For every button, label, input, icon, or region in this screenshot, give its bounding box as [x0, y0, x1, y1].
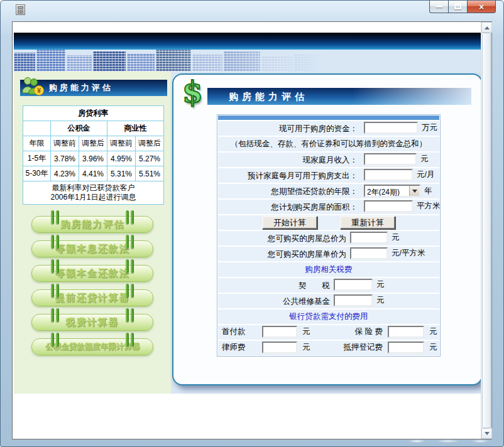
house-area-unit: 平方米 — [417, 201, 441, 212]
loan-years-unit: 年 — [424, 186, 432, 197]
pin-icon — [126, 259, 134, 273]
maintenance-fund-unit: 元 — [376, 295, 385, 306]
menu-item-tiqian-huandai[interactable]: 提前还贷计算器 — [31, 289, 153, 306]
rate-row-5-30: 5-30年 4.23% 4.41% 5.31% 5.51% — [23, 166, 164, 181]
row-deed-tax: 契 税 元 — [218, 278, 439, 293]
monthly-expense-label: 预计家庭每月可用于购房支出： — [218, 171, 358, 181]
arrow-up-icon — [485, 24, 490, 30]
down-payment-input[interactable] — [262, 326, 297, 338]
row-monthly-income: 现家庭月收入： 元 — [218, 153, 439, 167]
maintenance-fund-label: 公共维修基金 — [218, 296, 330, 307]
panel-title: 购房能力评估 — [207, 88, 471, 105]
sidebar-header: ¥ 购房能力评估 — [20, 80, 167, 96]
insurance-label: 保 险 费 — [312, 326, 383, 337]
buildings-image — [14, 50, 366, 72]
row-monthly-expense: 预计家庭每月可用于购房支出： 元/月 — [218, 168, 439, 183]
pin-icon — [126, 210, 134, 224]
row-funds-note: （包括现金、存款、有价证券和可以筹措到的资金总和） — [218, 137, 439, 151]
unit-price-input[interactable] — [350, 247, 388, 259]
menu-item-gongjijin-edu[interactable]: 公积金贷款额度年限计算器 — [31, 338, 153, 355]
monthly-expense-unit: 元/月 — [417, 170, 434, 180]
unit-price-unit: 元/平方米 — [392, 248, 425, 259]
deed-tax-label: 契 税 — [218, 281, 330, 291]
reset-button[interactable]: 重新计算 — [340, 216, 395, 229]
svg-text:¥: ¥ — [37, 87, 41, 94]
rate-row-1-5: 1-5年 3.78% 3.96% 4.95% 5.27% — [23, 151, 164, 166]
menu-item-dengE-benxi[interactable]: 等额本息还款法 — [31, 240, 153, 257]
people-coin-icon: ¥ — [21, 76, 45, 97]
maximize-icon — [454, 4, 461, 9]
pin-icon — [51, 259, 59, 273]
loan-rate-table: 房贷利率 公积金 商业性 年限 调整前 调整后 调整前 调整后 — [23, 105, 164, 205]
row-lawyer-mortgage: 律师费 元 抵押登记费 元 — [218, 341, 439, 355]
close-button[interactable]: × — [467, 1, 496, 13]
sidebar-title: 购房能力评估 — [49, 82, 113, 94]
lawyer-fee-label: 律师费 — [222, 342, 257, 353]
assessment-form: 现可用于购房的资金： 万元 （包括现金、存款、有价证券和可以筹措到的资金总和） … — [217, 114, 441, 357]
pin-icon — [51, 235, 59, 249]
scroll-down-button[interactable] — [481, 428, 492, 439]
mortgage-reg-label: 抵押登记费 — [312, 342, 383, 353]
row-downpayment-insurance: 首付款 元 保 险 费 元 — [218, 325, 439, 340]
available-funds-label: 现可用于购房的资金： — [218, 124, 358, 134]
menu-item-gofang-nengli[interactable]: 购房能力评估 — [31, 216, 153, 233]
house-area-input[interactable] — [364, 200, 413, 212]
pin-icon — [51, 308, 59, 322]
main-panel: $ 购房能力评估 现可用于购房的资金： 万元 （包括现金、存款、有价证券和 — [172, 73, 481, 385]
pin-icon — [126, 284, 134, 298]
total-price-unit: 元 — [392, 232, 400, 243]
dropdown-arrow-icon[interactable] — [409, 186, 419, 196]
maintenance-fund-input[interactable] — [334, 294, 373, 306]
monthly-income-label: 现家庭月收入： — [218, 155, 358, 166]
dollar-icon: $ — [182, 77, 203, 107]
tax-section-header: 购房相关税费 — [305, 264, 353, 275]
loan-years-value: 2年(24期) — [365, 186, 409, 196]
monthly-income-input[interactable] — [364, 153, 417, 165]
insurance-unit: 元 — [429, 326, 437, 337]
down-payment-label: 首付款 — [222, 326, 257, 337]
pin-icon — [51, 333, 59, 347]
bank-section-header: 银行贷款需支付的费用 — [290, 311, 368, 322]
menu-item-dengE-benjin[interactable]: 等额本金还款法 — [31, 265, 153, 282]
mortgage-reg-input[interactable] — [388, 342, 424, 353]
app-calculator-icon — [16, 4, 25, 15]
insurance-input[interactable] — [388, 326, 424, 338]
deed-tax-input[interactable] — [334, 279, 373, 291]
rate-header-row: 年限 调整前 调整后 调整前 调整后 — [23, 136, 164, 151]
vertical-scrollbar[interactable] — [481, 22, 491, 439]
page: ¥ 购房能力评估 房贷利率 公积金 商业性 年限 — [13, 22, 481, 439]
total-price-input[interactable] — [350, 232, 388, 244]
minimize-button[interactable] — [429, 1, 448, 13]
rate-group-shangyexing: 商业性 — [107, 121, 164, 136]
unit-price-label: 您可购买的房屋单价为 — [218, 249, 346, 260]
sidebar-menu: 购房能力评估 等额本息还款法 等额本金还款法 — [14, 216, 171, 355]
pin-icon — [51, 210, 59, 224]
deed-tax-unit: 元 — [376, 279, 385, 290]
pin-icon — [126, 235, 134, 249]
lawyer-fee-input[interactable] — [262, 342, 297, 353]
loan-years-label: 您期望偿还贷款的年限： — [218, 186, 358, 197]
app-window: × — [0, 0, 504, 447]
house-area-label: 您计划购买房屋的面积： — [218, 202, 358, 213]
row-house-area: 您计划购买房屋的面积： 平方米 — [218, 200, 439, 214]
arrow-down-icon — [485, 432, 490, 438]
row-total-price: 您可购买的房屋总价为 元 — [218, 231, 439, 245]
monthly-expense-input[interactable] — [364, 169, 413, 181]
row-maintenance-fund: 公共维修基金 元 — [218, 294, 439, 308]
scrollbar-thumb[interactable] — [482, 33, 491, 428]
maximize-button[interactable] — [448, 1, 467, 13]
form-top-strip — [218, 116, 439, 120]
funds-note: （包括现金、存款、有价证券和可以筹措到的资金总和） — [231, 139, 427, 149]
window-controls: × — [429, 1, 496, 13]
calculate-button[interactable]: 开始计算 — [262, 216, 317, 229]
available-funds-input[interactable] — [364, 122, 418, 134]
pin-icon — [126, 308, 134, 322]
loan-years-select[interactable]: 2年(24期) — [364, 185, 420, 197]
rate-group-gongjijin: 公积金 — [51, 121, 107, 136]
monthly-income-unit: 元 — [420, 154, 429, 164]
menu-item-shuifei[interactable]: 税费计算器 — [31, 314, 153, 331]
available-funds-unit: 万元 — [422, 122, 437, 133]
scroll-up-button[interactable] — [481, 22, 492, 33]
down-payment-unit: 元 — [302, 326, 310, 337]
row-buttons: 开始计算 重新计算 — [218, 215, 439, 230]
